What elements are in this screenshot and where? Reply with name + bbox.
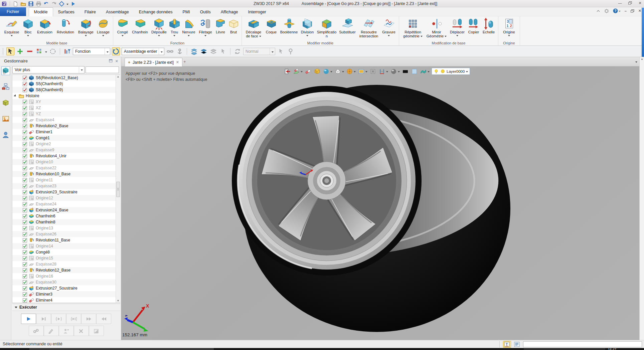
- checkbox[interactable]: [23, 250, 27, 254]
- link-button[interactable]: [29, 326, 44, 336]
- ribbon-button-extrusion[interactable]: Extrusion: [35, 17, 54, 34]
- filter-combo[interactable]: Fonction: [73, 48, 110, 55]
- redefine-button[interactable]: [59, 326, 74, 336]
- tree-item-yz[interactable]: YZ: [12, 111, 120, 117]
- menu-item-affichage[interactable]: Affichage: [216, 7, 243, 16]
- tree-item-esquisse22[interactable]: Esquisse22: [12, 165, 120, 171]
- fast-forward-button[interactable]: [81, 314, 96, 324]
- new-file-icon[interactable]: [13, 1, 18, 7]
- ribbon-button-resoudre-intersection[interactable]: Resoudreintersection: [357, 17, 380, 38]
- checkbox[interactable]: [23, 280, 27, 285]
- checkbox[interactable]: [23, 226, 27, 230]
- pick-cursor-icon[interactable]: [6, 47, 14, 55]
- checkbox[interactable]: [23, 100, 27, 104]
- checkbox[interactable]: [23, 184, 27, 188]
- menu-item-modele[interactable]: Modèle: [29, 7, 53, 16]
- menu-item-assemblage[interactable]: Assemblage: [101, 7, 134, 16]
- tree-item-conge8[interactable]: Congé8: [12, 249, 120, 255]
- checkbox[interactable]: [23, 262, 27, 267]
- checkbox[interactable]: [23, 118, 27, 122]
- dropdown-caret-icon[interactable]: [173, 35, 175, 36]
- ribbon-button-miroir-geometrie[interactable]: MiroirGéométrie: [425, 17, 448, 38]
- zw3d-logo[interactable]: [1, 1, 7, 7]
- dropdown-caret-icon[interactable]: [398, 71, 400, 72]
- add-to-selection-icon[interactable]: [16, 47, 24, 55]
- ribbon-button-repetition-geometrie[interactable]: Répétitiongéométrie: [401, 17, 425, 38]
- close-button[interactable]: ✕: [637, 1, 643, 5]
- checkbox[interactable]: [23, 88, 27, 92]
- checkbox[interactable]: [23, 178, 27, 182]
- dropdown-caret-icon[interactable]: [102, 35, 104, 36]
- checkbox[interactable]: [23, 196, 27, 200]
- dropdown-caret-icon[interactable]: [27, 35, 29, 36]
- checkbox[interactable]: [23, 292, 27, 297]
- checkbox[interactable]: [23, 202, 27, 206]
- ribbon-button-revolution[interactable]: Révolution: [54, 17, 76, 34]
- preview-button[interactable]: [89, 326, 104, 336]
- shaded-mode-icon[interactable]: [323, 68, 330, 75]
- eraser-icon[interactable]: [305, 68, 312, 75]
- filter-stack-1-icon[interactable]: [190, 47, 198, 55]
- restore-button[interactable]: [627, 1, 633, 5]
- tab-close-icon[interactable]: ✕: [176, 60, 179, 64]
- surface-analysis-icon[interactable]: [420, 68, 427, 75]
- checkbox[interactable]: [23, 256, 27, 260]
- ribbon-button-decalage-de-face[interactable]: Décalagede face: [244, 17, 264, 38]
- dropdown-caret-icon[interactable]: [428, 71, 430, 72]
- menu-item-surfaces[interactable]: Surfaces: [53, 7, 79, 16]
- windows-taskbar[interactable]: 16:47: [0, 348, 644, 350]
- checkbox[interactable]: [23, 82, 27, 86]
- visualize-icon[interactable]: [1, 115, 10, 123]
- tree-item-origine10[interactable]: Origine10: [12, 159, 120, 165]
- tree-item-s8-chanfrein9[interactable]: S8(Chanfrein9): [12, 87, 120, 93]
- dropdown-caret-icon[interactable]: [301, 71, 303, 72]
- tree-item-revolution12-base[interactable]: Révolution12_Base: [12, 267, 120, 273]
- panel-close-icon[interactable]: ✕: [115, 59, 118, 63]
- pin-icon[interactable]: [287, 47, 295, 55]
- status-input[interactable]: [523, 341, 642, 347]
- dropdown-caret-icon[interactable]: [456, 35, 458, 36]
- tree-item-xy[interactable]: XY: [12, 99, 120, 105]
- remove-from-selection-icon[interactable]: [26, 47, 34, 55]
- assembly-tree-icon[interactable]: [1, 82, 10, 91]
- tab-list-caret-icon[interactable]: [635, 61, 637, 63]
- view-switch-icon[interactable]: [59, 1, 64, 7]
- checkbox[interactable]: [23, 106, 27, 110]
- ribbon-button-origine[interactable]: 312Origine: [500, 17, 518, 36]
- ribbon-button-echelle[interactable]: Echelle: [481, 17, 496, 34]
- dropdown-caret-icon[interactable]: [11, 35, 13, 36]
- tree-item-extrusion27-soustraire[interactable]: Extrusion27_Soustraire: [12, 285, 120, 291]
- rollback-icon[interactable]: [1, 99, 10, 107]
- checkbox[interactable]: [23, 220, 27, 224]
- play-within-button[interactable]: [51, 314, 66, 324]
- scroll-up-arrow[interactable]: ▲: [117, 75, 120, 78]
- dropdown-caret-icon[interactable]: [306, 35, 308, 36]
- dropdown-caret-icon[interactable]: [66, 4, 68, 5]
- tree-scrollbar[interactable]: ▲ ▼: [116, 75, 120, 303]
- tree-item-origine12[interactable]: Origine12: [12, 195, 120, 201]
- tree-item-chanfrein6[interactable]: Chanfrein6: [12, 213, 120, 219]
- dropdown-caret-icon[interactable]: [85, 35, 87, 36]
- unlink-icon[interactable]: [166, 47, 174, 55]
- scope-combo[interactable]: Assemblage entier: [122, 48, 164, 55]
- tree-item-origine11[interactable]: Origine11: [12, 177, 120, 183]
- tree-item-eliminer3[interactable]: Eliminer3: [12, 291, 120, 297]
- checkbox[interactable]: [23, 148, 27, 152]
- menu-item-outils[interactable]: Outils: [195, 7, 216, 16]
- tree-filter-combo[interactable]: Voir plus: [12, 66, 85, 73]
- section-view-icon[interactable]: [378, 68, 385, 75]
- tree-item-origine2[interactable]: Origine2: [12, 141, 120, 147]
- dropdown-caret-icon[interactable]: [386, 71, 388, 72]
- checkbox[interactable]: [23, 244, 27, 248]
- tab-expand-icon[interactable]: +: [128, 60, 130, 65]
- checkbox[interactable]: [23, 298, 27, 303]
- checkbox[interactable]: [23, 160, 27, 164]
- tree-item-extrusion23-soustraire[interactable]: Extrusion23_Soustraire: [12, 189, 120, 195]
- ribbon-button-balayage[interactable]: Balayage: [76, 17, 95, 36]
- tree-item-xz[interactable]: XZ: [12, 105, 120, 111]
- checkbox[interactable]: [23, 208, 27, 212]
- wireframe-mode-icon[interactable]: [334, 68, 341, 75]
- play-to-end-button[interactable]: [36, 314, 51, 324]
- tree-item-eliminer1[interactable]: Eliminer1: [12, 129, 120, 135]
- ribbon-button-chanfrein[interactable]: Chanfrein: [130, 17, 150, 34]
